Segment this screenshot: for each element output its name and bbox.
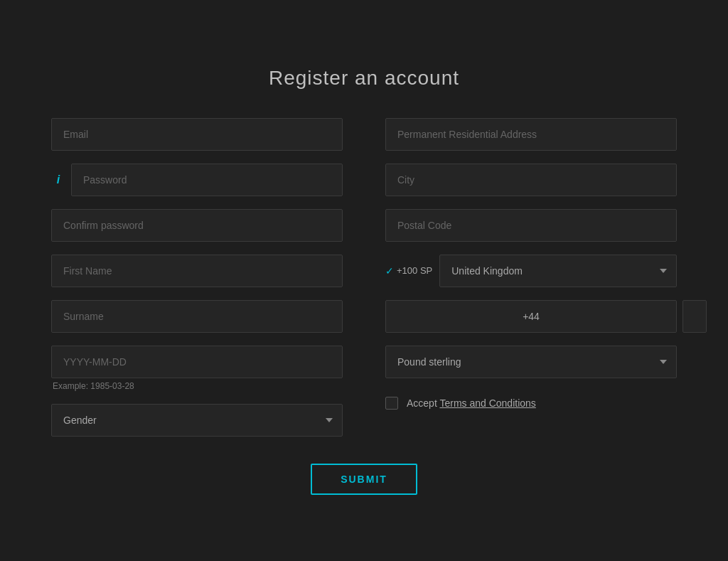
- gender-select-wrapper: Gender Male Female Other: [51, 404, 343, 437]
- dob-field-row: Example: 1985-03-28: [51, 346, 343, 391]
- bonus-badge: ✓ +100 SP: [385, 265, 432, 277]
- phone-field-row: [385, 300, 677, 333]
- terms-link[interactable]: Terms and Conditions: [439, 397, 535, 409]
- confirm-password-input[interactable]: [51, 209, 343, 242]
- terms-label: Accept Terms and Conditions: [407, 397, 536, 409]
- dob-input[interactable]: [51, 346, 343, 378]
- right-column: ✓ +100 SP United Kingdom United States C…: [385, 118, 677, 449]
- page-container: Register an account i: [0, 0, 728, 561]
- phone-row: [385, 300, 677, 333]
- left-column: i Example: 1985-03-28: [51, 118, 343, 449]
- gender-field-row: Gender Male Female Other: [51, 404, 343, 437]
- submit-button[interactable]: SUBMIT: [311, 464, 417, 495]
- currency-select-wrapper: Pound sterling US Dollar Euro Canadian D…: [385, 346, 677, 378]
- first-name-field-row: [51, 255, 343, 287]
- email-input[interactable]: [51, 118, 343, 151]
- phone-number-input[interactable]: [682, 300, 707, 333]
- gender-select[interactable]: Gender Male Female Other: [51, 404, 343, 437]
- country-select-wrapper: United Kingdom United States Canada Aust…: [439, 255, 677, 287]
- currency-select[interactable]: Pound sterling US Dollar Euro Canadian D…: [385, 346, 677, 378]
- address-field-row: [385, 118, 677, 151]
- password-input[interactable]: [71, 164, 343, 196]
- page-title: Register an account: [51, 67, 677, 90]
- submit-row: SUBMIT: [51, 464, 677, 495]
- surname-field-row: [51, 300, 343, 333]
- address-input[interactable]: [385, 118, 677, 151]
- accept-text: Accept: [407, 397, 439, 409]
- city-field-row: [385, 164, 677, 196]
- dob-hint: Example: 1985-03-28: [51, 381, 343, 391]
- bonus-text: +100 SP: [397, 265, 432, 276]
- terms-checkbox[interactable]: [385, 397, 398, 410]
- email-field-row: [51, 118, 343, 151]
- form-grid: i Example: 1985-03-28: [51, 118, 677, 495]
- phone-code-input[interactable]: [385, 300, 677, 333]
- country-bonus-row: ✓ +100 SP United Kingdom United States C…: [385, 255, 677, 287]
- currency-field-row: Pound sterling US Dollar Euro Canadian D…: [385, 346, 677, 378]
- city-input[interactable]: [385, 164, 677, 196]
- surname-input[interactable]: [51, 300, 343, 333]
- terms-row: Accept Terms and Conditions: [385, 397, 677, 410]
- info-icon[interactable]: i: [51, 173, 65, 186]
- postal-code-input[interactable]: [385, 209, 677, 242]
- confirm-password-field-row: [51, 209, 343, 242]
- postal-code-field-row: [385, 209, 677, 242]
- password-field-row: i: [51, 164, 343, 196]
- form-wrapper: Register an account i: [51, 67, 677, 495]
- bonus-checkmark: ✓: [385, 265, 394, 277]
- country-select[interactable]: United Kingdom United States Canada Aust…: [439, 255, 677, 287]
- first-name-input[interactable]: [51, 255, 343, 287]
